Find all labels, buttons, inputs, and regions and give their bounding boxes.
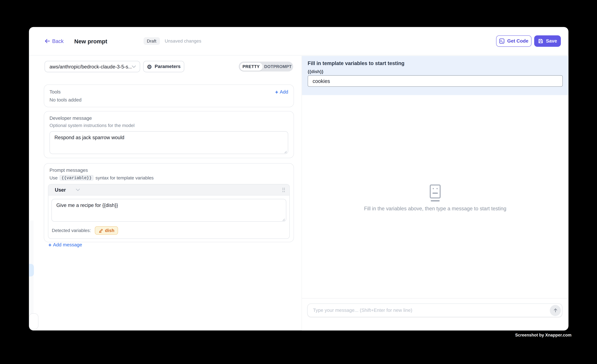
variables-banner: Fill in template variables to start test… xyxy=(302,56,568,95)
drag-handle-icon[interactable] xyxy=(282,188,285,192)
tools-card: Tools + Add No tools added xyxy=(44,84,294,107)
message-role-bar: User xyxy=(48,184,289,195)
model-select[interactable]: aws/anthropic/bedrock-claude-3-5-s... xyxy=(45,61,140,72)
role-select[interactable] xyxy=(76,188,80,191)
toggle-dotprompt[interactable]: DOTPROMPT xyxy=(263,62,293,72)
save-button[interactable]: Save xyxy=(534,35,561,47)
chevron-down-icon xyxy=(132,65,136,68)
edit-pencil-icon xyxy=(99,228,103,233)
gear-icon: ⚙ xyxy=(147,64,152,69)
parameters-button[interactable]: ⚙ Parameters xyxy=(143,61,184,72)
developer-message-subtitle: Optional system instructions for the mod… xyxy=(49,123,288,128)
sidebar-selected-item-fragment xyxy=(29,264,34,276)
send-button[interactable] xyxy=(550,305,561,316)
screenshot-stage: Back New prompt Draft Unsaved changes Ge… xyxy=(0,0,597,364)
hint-suffix: syntax for template variables xyxy=(95,175,154,180)
arrow-up-icon xyxy=(553,308,558,313)
test-panel: Fill in template variables to start test… xyxy=(301,56,568,330)
developer-message-title: Developer message xyxy=(49,116,288,121)
header-actions: Get Code Save xyxy=(496,35,561,47)
add-message-label: Add message xyxy=(53,242,82,247)
message-block: User Give me a recipe for {{dish}} Detec… xyxy=(48,184,290,239)
chat-divider xyxy=(302,298,568,299)
detected-variables-label: Detected variables: xyxy=(52,228,91,233)
plus-icon: + xyxy=(275,89,278,95)
add-tool-label: Add xyxy=(280,89,288,95)
save-label: Save xyxy=(546,38,557,44)
status-badge: Draft xyxy=(143,37,160,45)
get-code-label: Get Code xyxy=(507,38,528,44)
hint-code: {{variable}} xyxy=(60,175,94,181)
add-message-button[interactable]: + Add message xyxy=(48,242,290,247)
add-tool-button[interactable]: + Add xyxy=(275,89,288,95)
prompt-messages-card: Prompt messages Use {{variable}} syntax … xyxy=(44,163,294,242)
plus-icon: + xyxy=(48,242,51,247)
sidebar-card-fragment xyxy=(29,313,38,329)
header: Back New prompt Draft Unsaved changes Ge… xyxy=(29,27,568,55)
back-label: Back xyxy=(52,38,63,44)
chat-input-bar xyxy=(307,303,562,317)
get-code-button[interactable]: Get Code xyxy=(496,35,532,47)
unsaved-changes-note: Unsaved changes xyxy=(165,38,201,44)
model-select-value: aws/anthropic/bedrock-claude-3-5-s... xyxy=(49,64,132,69)
app-window: Back New prompt Draft Unsaved changes Ge… xyxy=(29,27,568,330)
message-text-input[interactable]: Give me a recipe for {{dish}} xyxy=(51,199,286,222)
empty-state-text: Fill in the variables above, then type a… xyxy=(302,206,568,212)
prompt-messages-title: Prompt messages xyxy=(49,168,288,173)
variable-input-label: {{dish}} xyxy=(308,69,563,74)
variable-syntax-hint: Use {{variable}} syntax for template var… xyxy=(49,175,288,181)
variables-banner-title: Fill in template variables to start test… xyxy=(308,61,563,66)
view-mode-toggle: PRETTY DOTPROMPT xyxy=(239,62,293,72)
chevron-down-icon xyxy=(76,188,80,191)
code-terminal-icon xyxy=(499,38,504,44)
back-button[interactable]: Back xyxy=(45,38,63,44)
hint-prefix: Use xyxy=(49,175,58,180)
arrow-left-icon xyxy=(45,39,50,43)
variable-badge-dish[interactable]: dish xyxy=(95,226,118,235)
save-icon xyxy=(538,38,543,44)
page-title: New prompt xyxy=(74,38,107,44)
detected-variables-row: Detected variables: dish xyxy=(51,226,286,235)
role-select-value: User xyxy=(55,187,66,193)
toggle-pretty[interactable]: PRETTY xyxy=(240,63,262,71)
robot-face-icon xyxy=(429,184,442,202)
chat-message-input[interactable] xyxy=(312,307,550,313)
parameters-label: Parameters xyxy=(155,64,181,69)
tools-title: Tools xyxy=(49,89,61,95)
variable-value-input[interactable] xyxy=(308,75,563,87)
developer-message-input[interactable]: Respond as jack sparrow would xyxy=(49,131,288,154)
developer-message-card: Developer message Optional system instru… xyxy=(44,111,294,158)
variable-badge-label: dish xyxy=(105,228,114,233)
tools-empty-text: No tools added xyxy=(49,97,288,103)
watermark-text: Screenshot by Xnapper.com xyxy=(515,333,572,337)
